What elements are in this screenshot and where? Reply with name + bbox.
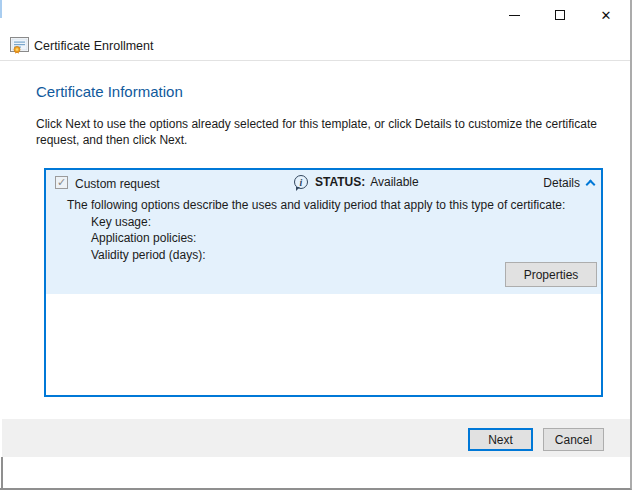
- cancel-button[interactable]: Cancel: [543, 428, 604, 451]
- certificate-enrollment-window: ✕ Certificate Enrollment Certificate Inf…: [0, 0, 632, 490]
- certificate-details-panel: ✓ Custom request i STATUS: Available Det…: [44, 168, 603, 397]
- next-button[interactable]: Next: [468, 428, 533, 451]
- field-validity-period: Validity period (days):: [91, 248, 206, 262]
- maximize-button[interactable]: [537, 0, 583, 30]
- info-icon: i: [294, 175, 308, 189]
- custom-request-checkbox[interactable]: ✓: [55, 176, 68, 189]
- instructions-text: Click Next to use the options already se…: [36, 116, 610, 148]
- certificate-icon: [10, 37, 29, 54]
- chevron-up-icon: [586, 180, 596, 190]
- checkmark-icon: ✓: [57, 177, 66, 188]
- panel-description: The following options describe the uses …: [67, 198, 565, 212]
- minimize-icon: [509, 15, 520, 16]
- minimize-button[interactable]: [491, 0, 537, 30]
- status-group: i STATUS: Available: [294, 175, 419, 189]
- status-label: STATUS:: [315, 175, 365, 189]
- maximize-icon: [555, 10, 565, 20]
- properties-button[interactable]: Properties: [505, 262, 597, 287]
- close-icon: ✕: [601, 9, 612, 22]
- field-key-usage: Key usage:: [91, 215, 151, 229]
- custom-request-label: Custom request: [75, 177, 160, 191]
- details-label: Details: [543, 176, 580, 190]
- window-accent-sliver: [0, 0, 2, 18]
- field-application-policies: Application policies:: [91, 231, 196, 245]
- footer-bar: [2, 419, 630, 457]
- status-value: Available: [370, 175, 418, 189]
- window-border-segment: [1, 457, 3, 490]
- details-toggle[interactable]: Details: [543, 176, 594, 190]
- app-title: Certificate Enrollment: [34, 39, 154, 53]
- close-button[interactable]: ✕: [583, 0, 629, 30]
- header-divider: [0, 60, 632, 61]
- page-title: Certificate Information: [36, 83, 183, 100]
